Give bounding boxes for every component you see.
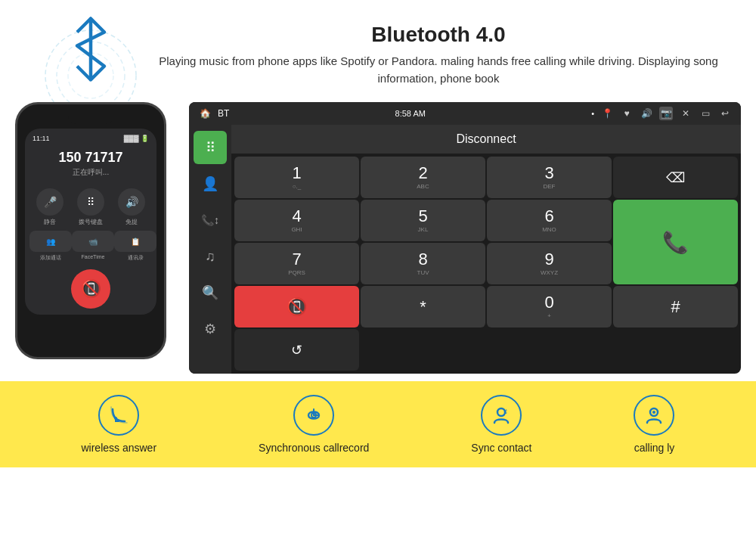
car-time: 8:58 AM	[395, 109, 426, 118]
phone-screen: 11:11 ▓▓▓ 🔋 150 71717 正在呼叫... 🎤 静音 ⠿ 拨号键…	[25, 129, 156, 315]
car-dot: •	[591, 109, 594, 118]
dial-btn-4[interactable]: 4 GHI	[234, 200, 359, 241]
dial-btn-7[interactable]: 7 PQRS	[234, 243, 359, 284]
call-icon: 📞	[662, 230, 689, 255]
dial-btn-star[interactable]: *	[361, 286, 485, 327]
car-screen: 🏠 BT 8:58 AM • 📍 ♥ 🔊 📷 ✕ ▭ ↩ ⠿ 👤 📞↕ ♫ 🔍 …	[189, 102, 741, 374]
phone-end-call-btn[interactable]: 📵	[71, 269, 110, 309]
calling-label: calling ly	[634, 442, 675, 454]
title-desc: Bluetooth 4.0 Playing music from phone a…	[151, 15, 726, 87]
car-sidebar: ⠿ 👤 📞↕ ♫ 🔍 ⚙	[189, 125, 231, 374]
car-main: ⠿ 👤 📞↕ ♫ 🔍 ⚙ Disconnect 1 ○._	[189, 125, 741, 374]
dial-btn-refresh[interactable]: ↺	[234, 329, 359, 371]
add-call-icon: 👥	[29, 231, 72, 252]
dial-btn-backspace[interactable]: ⌫	[613, 157, 738, 198]
dial-btn-8[interactable]: 8 TUV	[361, 243, 485, 284]
dial-btn-hash[interactable]: #	[613, 286, 738, 327]
car-status-bar: 🏠 BT 8:58 AM • 📍 ♥ 🔊 📷 ✕ ▭ ↩	[189, 102, 741, 125]
car-content: Disconnect 1 ○._ 2 ABC 3 DEF	[231, 125, 741, 374]
car-location-icon: 📍	[600, 107, 614, 120]
phone-caller: 150 71717 正在呼叫...	[29, 145, 152, 181]
feature-sync-contact: ↕ Sync contact	[471, 395, 531, 454]
dial-btn-2[interactable]: 2 ABC	[361, 157, 485, 198]
callrecord-icon	[293, 395, 334, 436]
middle-section: 11:11 ▓▓▓ 🔋 150 71717 正在呼叫... 🎤 静音 ⠿ 拨号键…	[0, 102, 756, 374]
phone-time: 11:11	[33, 135, 50, 142]
phone-end-row: 📵	[29, 269, 152, 309]
sync-contact-icon: ↕	[481, 395, 522, 436]
car-disconnect-bar[interactable]: Disconnect	[231, 125, 741, 154]
dial-btn-5[interactable]: 5 JKL	[361, 200, 485, 241]
car-back-icon[interactable]: ↩	[718, 107, 732, 120]
page-title: Bluetooth 4.0	[151, 23, 726, 47]
sidebar-item-contacts[interactable]: 👤	[194, 167, 227, 200]
keypad-icon: ⠿	[77, 188, 104, 216]
car-window-icon[interactable]: ▭	[699, 107, 712, 120]
bluetooth-icon	[60, 15, 121, 83]
phone-notch	[68, 113, 113, 124]
sidebar-item-search[interactable]: 🔍	[194, 276, 227, 309]
phone-actions-row: 🎤 静音 ⠿ 拨号键盘 🔊 免提	[29, 188, 152, 226]
contacts-icon: 📋	[114, 231, 156, 252]
bottom-section: wireless answer Synchronous callrecord ↕…	[0, 381, 756, 467]
end-call-icon: 📵	[287, 297, 307, 317]
contacts-btn[interactable]: 📋 通讯录	[114, 231, 156, 262]
svg-text:↕: ↕	[504, 407, 508, 415]
dial-btn-call[interactable]: 📞	[613, 200, 738, 284]
dial-btn-0[interactable]: 0 +	[487, 286, 612, 327]
sidebar-item-music[interactable]: ♫	[194, 240, 227, 273]
sidebar-item-dialpad[interactable]: ⠿	[194, 131, 227, 164]
wireless-answer-label: wireless answer	[81, 442, 156, 454]
car-bt-label: BT	[218, 108, 229, 119]
feature-callrecord: Synchronous callrecord	[259, 395, 369, 454]
sync-contact-label: Sync contact	[471, 442, 531, 454]
sidebar-item-settings[interactable]: ⚙	[194, 312, 227, 346]
dial-btn-end[interactable]: 📵	[234, 286, 359, 327]
add-call-btn[interactable]: 👥 添加通话	[29, 231, 72, 262]
dial-btn-1[interactable]: 1 ○._	[234, 157, 359, 198]
mute-icon: 🎤	[36, 188, 64, 216]
top-section: Bluetooth 4.0 Playing music from phone a…	[0, 0, 756, 95]
phone-status-bar: 11:11 ▓▓▓ 🔋	[29, 135, 152, 142]
dial-btn-3[interactable]: 3 DEF	[487, 157, 612, 198]
callrecord-label: Synchronous callrecord	[259, 442, 369, 454]
facetime-btn[interactable]: 📹 FaceTime	[72, 231, 114, 262]
sidebar-item-calls[interactable]: 📞↕	[194, 203, 227, 237]
calling-icon	[634, 395, 674, 436]
facetime-icon: 📹	[72, 231, 114, 252]
car-close-icon[interactable]: ✕	[679, 107, 692, 120]
car-camera-icon[interactable]: 📷	[659, 107, 673, 120]
dial-btn-9[interactable]: 9 WXYZ	[487, 243, 612, 284]
svg-line-5	[77, 19, 91, 33]
phone-number: 150 71717	[29, 150, 152, 166]
phone-mute-btn[interactable]: 🎤 静音	[36, 188, 64, 226]
svg-point-11	[652, 411, 655, 414]
end-call-icon: 📵	[81, 279, 101, 299]
phone-calling-status: 正在呼叫...	[29, 167, 152, 178]
phone-facetime-row: 👥 添加通话 📹 FaceTime 📋 通讯录	[29, 231, 152, 262]
wireless-answer-icon	[98, 395, 139, 436]
svg-line-4	[77, 67, 91, 80]
phone-speaker-btn[interactable]: 🔊 免提	[118, 188, 145, 226]
car-dialpad: 1 ○._ 2 ABC 3 DEF ⌫	[231, 154, 741, 374]
bluetooth-logo-area	[30, 15, 151, 83]
feature-calling: calling ly	[634, 395, 674, 454]
phone-mockup: 11:11 ▓▓▓ 🔋 150 71717 正在呼叫... 🎤 静音 ⠿ 拨号键…	[15, 102, 166, 359]
car-volume-icon[interactable]: 🔊	[640, 107, 653, 120]
phone-signal: ▓▓▓ 🔋	[124, 135, 149, 142]
feature-wireless-answer: wireless answer	[81, 395, 156, 454]
dial-btn-6[interactable]: 6 MNO	[487, 200, 612, 241]
phone-keypad-btn[interactable]: ⠿ 拨号键盘	[77, 188, 104, 226]
car-home-icon[interactable]: 🏠	[198, 107, 212, 120]
car-wifi-icon: ♥	[620, 107, 634, 120]
page-description: Playing music from phone apps like Spoti…	[151, 53, 726, 87]
speaker-icon: 🔊	[118, 188, 145, 216]
